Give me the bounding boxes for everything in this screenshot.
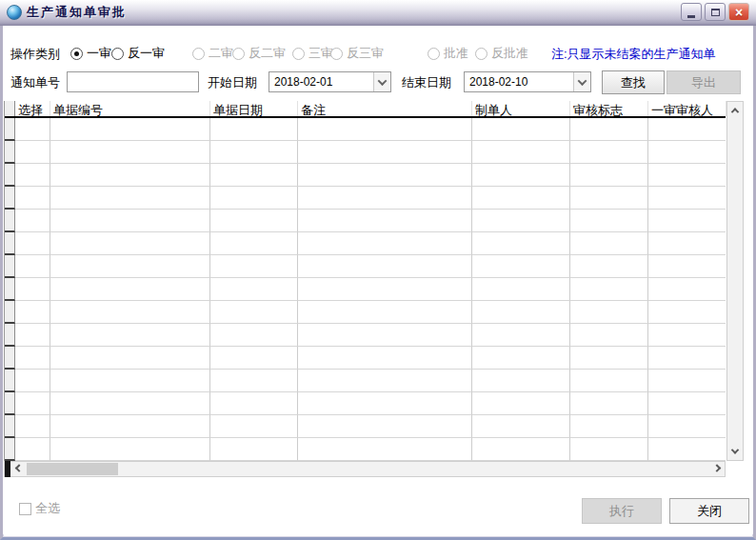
table-cell (50, 210, 210, 232)
row-selector-cell (5, 415, 15, 438)
close-window-button[interactable]: 关闭 (669, 498, 749, 524)
scroll-up-button[interactable] (727, 103, 743, 118)
table-cell (50, 232, 210, 255)
table-row (5, 370, 726, 392)
grid-splitter-handle[interactable] (5, 461, 10, 477)
table-cell (472, 347, 570, 370)
execute-button: 执行 (582, 498, 662, 524)
title-bar: 生产通知单审批 × (0, 0, 756, 26)
notice-number-input[interactable] (67, 71, 199, 92)
footer-bar: 全选 执行 关闭 (3, 494, 753, 525)
table-cell (648, 255, 726, 278)
table-cell (472, 187, 570, 210)
search-button[interactable]: 查找 (602, 70, 665, 94)
table-cell (648, 187, 726, 210)
table-row (5, 278, 726, 301)
table-cell (648, 141, 726, 164)
operation-radio-row: 操作类别 注:只显示未结案的生产通知单 一审反一审二审反二审三审反三审批准反批准 (3, 43, 753, 64)
table-row (5, 255, 726, 278)
table-cell (298, 232, 472, 255)
radio-first-audit[interactable]: 一审 (70, 45, 111, 62)
table-cell (15, 392, 50, 415)
table-cell (298, 141, 472, 164)
chevron-down-icon (378, 76, 388, 86)
scroll-left-button[interactable] (11, 462, 26, 476)
table-row (5, 141, 726, 164)
table-cell (570, 118, 648, 141)
start-date-value: 2018-02-01 (269, 75, 373, 89)
table-cell (472, 118, 570, 141)
maximize-button[interactable] (705, 3, 726, 21)
end-date-dropdown-arrow[interactable] (573, 72, 590, 91)
radio-anti-approve: 反批准 (475, 45, 528, 62)
row-selector-cell (5, 118, 15, 141)
table-cell (570, 210, 648, 232)
table-cell (210, 187, 298, 210)
table-cell (472, 438, 570, 461)
column-header: 一审审核人 (648, 101, 726, 116)
table-row (5, 438, 726, 461)
vertical-scrollbar[interactable] (726, 101, 744, 461)
filter-row: 通知单号 开始日期 2018-02-01 结束日期 2018-02-10 查找 … (3, 70, 753, 94)
table-row (5, 164, 726, 187)
table-cell (15, 438, 50, 461)
row-selector-cell (5, 255, 15, 278)
table-cell (15, 210, 50, 232)
start-date-combobox[interactable]: 2018-02-01 (269, 71, 391, 92)
radio-button-icon[interactable] (111, 48, 124, 60)
table-cell (15, 347, 50, 370)
minimize-button[interactable] (681, 3, 702, 21)
table-cell (648, 347, 726, 370)
radio-button-icon (428, 48, 440, 60)
table-cell (472, 255, 570, 278)
row-selector-cell (5, 232, 15, 255)
radio-anti-first-audit[interactable]: 反一审 (111, 45, 165, 62)
start-date-dropdown-arrow[interactable] (373, 72, 390, 91)
row-selector-cell (5, 301, 15, 324)
table-cell (472, 141, 570, 164)
table-cell (472, 164, 570, 187)
table-cell (210, 210, 298, 232)
column-header: 备注 (298, 101, 472, 116)
table-cell (210, 370, 298, 392)
maximize-icon (711, 9, 720, 16)
row-selector-cell (5, 187, 15, 210)
table-cell (15, 164, 50, 187)
table-cell (210, 164, 298, 187)
client-area: 操作类别 注:只显示未结案的生产通知单 一审反一审二审反二审三审反三审批准反批准… (3, 26, 753, 534)
table-cell (570, 392, 648, 415)
minimize-icon (687, 15, 695, 18)
select-all-checkbox[interactable]: 全选 (19, 500, 60, 517)
close-button[interactable]: × (728, 3, 749, 21)
table-cell (570, 141, 648, 164)
grid-body (5, 118, 726, 461)
window-controls: × (681, 3, 749, 21)
radio-label: 反三审 (347, 45, 384, 62)
table-cell (50, 187, 210, 210)
horizontal-scroll-thumb[interactable] (27, 463, 118, 475)
table-cell (210, 118, 298, 141)
horizontal-scrollbar[interactable] (4, 461, 726, 477)
app-window: 生产通知单审批 × 操作类别 注:只显示未结案的生产通知单 一审反一审二审反二审… (0, 0, 756, 540)
scroll-down-button[interactable] (727, 444, 743, 459)
end-date-combobox[interactable]: 2018-02-10 (464, 71, 591, 92)
table-cell (50, 415, 210, 438)
table-cell (472, 392, 570, 415)
radio-button-icon[interactable] (70, 48, 83, 60)
table-cell (298, 210, 472, 232)
table-cell (472, 278, 570, 301)
table-cell (210, 301, 298, 324)
table-cell (570, 347, 648, 370)
table-cell (210, 278, 298, 301)
row-selector-cell (5, 438, 15, 461)
operation-type-label: 操作类别 (10, 46, 60, 63)
radio-button-icon (232, 48, 245, 60)
table-cell (210, 415, 298, 438)
table-cell (648, 392, 726, 415)
table-row (5, 392, 726, 415)
table-cell (15, 141, 50, 164)
chevron-down-icon (578, 76, 587, 86)
scroll-right-button[interactable] (709, 462, 724, 476)
radio-approve: 批准 (428, 45, 468, 62)
select-all-label: 全选 (35, 500, 60, 517)
